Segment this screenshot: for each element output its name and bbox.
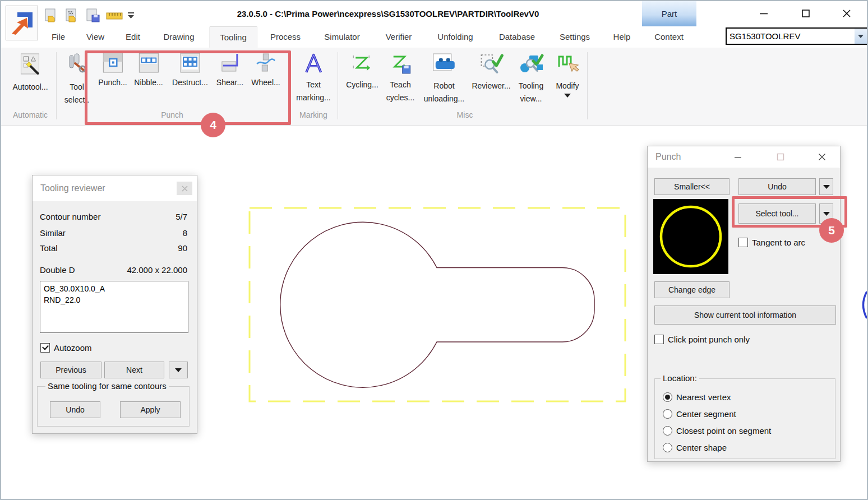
ribbon-text-marking[interactable]: Text marking... bbox=[296, 52, 330, 104]
undo-dropdown-button[interactable] bbox=[819, 178, 833, 195]
menu-view[interactable]: View bbox=[83, 26, 108, 47]
next-button[interactable]: Next bbox=[104, 362, 164, 378]
ribbon-modify[interactable]: Modify bbox=[555, 52, 580, 98]
next-dropdown-button[interactable] bbox=[169, 362, 188, 378]
part-contour[interactable] bbox=[280, 222, 594, 387]
autozoom-checkbox[interactable] bbox=[40, 343, 50, 353]
menu-drawing[interactable]: Drawing bbox=[160, 26, 197, 47]
ribbon-destruct[interactable]: Destruct... bbox=[172, 52, 208, 89]
minimize-button[interactable] bbox=[755, 5, 773, 22]
ribbon-punch[interactable]: Punch... bbox=[98, 52, 127, 89]
ribbon-shear[interactable]: Shear... bbox=[216, 52, 243, 89]
part-selector-dropdown-button[interactable] bbox=[855, 29, 867, 44]
closest-point-radio[interactable] bbox=[663, 426, 672, 436]
ribbon-cycling[interactable]: Cycling... bbox=[346, 52, 378, 91]
smaller-button[interactable]: Smaller<< bbox=[654, 178, 730, 195]
ribbon-teach-cycles[interactable]: Teach cycles... bbox=[386, 52, 415, 104]
location-option-row[interactable]: Center segment bbox=[663, 409, 736, 419]
punch-maximize-button[interactable] bbox=[773, 150, 788, 164]
ribbon-robot-unloading-label2: unloading... bbox=[424, 92, 464, 105]
qat-customize-icon[interactable] bbox=[127, 8, 142, 24]
ribbon-wheel[interactable]: Wheel... bbox=[251, 52, 280, 89]
tooling-reviewer-titlebar[interactable]: Tooling reviewer bbox=[33, 175, 197, 201]
menu-tooling[interactable]: Tooling bbox=[209, 26, 257, 48]
location-option-row[interactable]: Closest point on segment bbox=[663, 426, 771, 436]
same-tooling-group-label: Same tooling for same contours bbox=[45, 381, 169, 391]
part-context-tab[interactable]: Part bbox=[642, 1, 696, 26]
close-icon bbox=[182, 186, 188, 192]
ribbon-tooling-view[interactable]: Tooling view... bbox=[518, 52, 544, 105]
maximize-icon bbox=[801, 9, 810, 18]
ribbon-tool-select[interactable]: Tool select.. bbox=[64, 52, 90, 107]
save-part-icon[interactable] bbox=[85, 8, 101, 24]
robot-unloading-icon bbox=[431, 52, 457, 77]
punch-close-button[interactable] bbox=[815, 150, 829, 164]
location-option-row[interactable]: Center shape bbox=[663, 443, 727, 452]
annotation-badge-5: 5 bbox=[819, 218, 844, 243]
ribbon-robot-unloading[interactable]: Robot unloading... bbox=[424, 52, 464, 105]
menu-context[interactable]: Context bbox=[651, 26, 687, 47]
menu-unfolding[interactable]: Unfolding bbox=[434, 26, 476, 47]
menu-database[interactable]: Database bbox=[496, 26, 538, 47]
menu-file[interactable]: File bbox=[48, 26, 68, 47]
autozoom-checkbox-row[interactable]: Autozoom bbox=[40, 343, 92, 353]
menu-edit[interactable]: Edit bbox=[122, 26, 144, 47]
ribbon-autotool[interactable]: Autotool... bbox=[12, 52, 48, 94]
previous-button[interactable]: Previous bbox=[40, 362, 101, 378]
menu-verifier[interactable]: Verifier bbox=[382, 26, 415, 47]
tool-preview bbox=[653, 199, 728, 274]
annotation-badge-4: 4 bbox=[201, 113, 225, 137]
nearest-vertex-radio[interactable] bbox=[663, 392, 672, 402]
tool-list-item[interactable]: RND_22.0 bbox=[44, 294, 184, 305]
ribbon-tooling-view-label2: view... bbox=[518, 92, 544, 105]
tool-list-item[interactable]: OB_30.0X10.0_A bbox=[44, 283, 184, 294]
show-tool-info-button[interactable]: Show current tool information bbox=[654, 305, 836, 325]
location-option-row[interactable]: Nearest vertex bbox=[663, 392, 731, 402]
ribbon-separator bbox=[587, 52, 588, 119]
menu-settings[interactable]: Settings bbox=[556, 26, 593, 47]
select-tool-button[interactable]: Select tool... bbox=[738, 203, 816, 224]
window-title: 23.0.5.0 - C:\Prima Power\ncexpress\SG15… bbox=[237, 1, 539, 26]
app-logo[interactable] bbox=[6, 6, 38, 40]
same-tooling-apply-button[interactable]: Apply bbox=[120, 401, 181, 418]
quick-access-toolbar bbox=[44, 8, 142, 24]
ribbon-tool-select-label2: select.. bbox=[64, 94, 90, 107]
menu-process[interactable]: Process bbox=[267, 26, 304, 47]
punch-dialog-titlebar[interactable]: Punch bbox=[648, 146, 840, 168]
open-nesting-icon[interactable] bbox=[64, 8, 80, 24]
close-button[interactable] bbox=[838, 5, 856, 22]
open-part-icon[interactable] bbox=[44, 8, 59, 24]
location-groupbox: Location: Nearest vertex Center segment … bbox=[654, 378, 835, 459]
app-logo-icon bbox=[10, 10, 34, 36]
part-selector-combobox[interactable]: SG1530TOOLREV bbox=[726, 27, 868, 45]
same-tooling-undo-button[interactable]: Undo bbox=[50, 401, 100, 418]
part-tab-label: Part bbox=[662, 9, 677, 18]
chevron-down-icon bbox=[823, 212, 830, 216]
tooling-view-icon bbox=[518, 52, 544, 77]
contour-number-label: Contour number bbox=[40, 212, 100, 221]
ribbon-reviewer[interactable]: Reviewer... bbox=[472, 52, 510, 92]
change-edge-button[interactable]: Change edge bbox=[654, 281, 730, 298]
total-value: 90 bbox=[178, 243, 187, 253]
ribbon-group-automatic: Automatic bbox=[13, 110, 48, 119]
ruler-icon[interactable] bbox=[106, 8, 122, 24]
punch-minimize-button[interactable] bbox=[731, 150, 745, 164]
ribbon-nibble[interactable]: Nibble... bbox=[134, 52, 163, 89]
maximize-button[interactable] bbox=[797, 5, 815, 22]
center-shape-radio[interactable] bbox=[663, 443, 672, 452]
modify-dropdown-icon[interactable] bbox=[564, 94, 571, 98]
punch-undo-button[interactable]: Undo bbox=[738, 178, 816, 195]
menu-simulator[interactable]: Simulator bbox=[321, 26, 363, 47]
ribbon-nibble-label: Nibble... bbox=[134, 76, 163, 89]
menu-help[interactable]: Help bbox=[610, 26, 634, 47]
center-shape-label: Center shape bbox=[676, 443, 727, 452]
click-point-punch-checkbox[interactable] bbox=[654, 335, 664, 344]
tooling-reviewer-close-button[interactable] bbox=[177, 182, 192, 195]
click-point-checkbox-row[interactable]: Click point punch only bbox=[654, 335, 750, 344]
tangent-checkbox-row[interactable]: Tangent to arc bbox=[738, 238, 805, 247]
ribbon-tool-select-label1: Tool bbox=[64, 81, 90, 94]
tangent-to-arc-checkbox[interactable] bbox=[738, 238, 748, 247]
tooling-reviewer-dialog: Tooling reviewer Contour number 5/7 Simi… bbox=[32, 175, 197, 434]
tool-listbox[interactable]: OB_30.0X10.0_A RND_22.0 bbox=[40, 281, 188, 333]
center-segment-radio[interactable] bbox=[663, 409, 672, 419]
